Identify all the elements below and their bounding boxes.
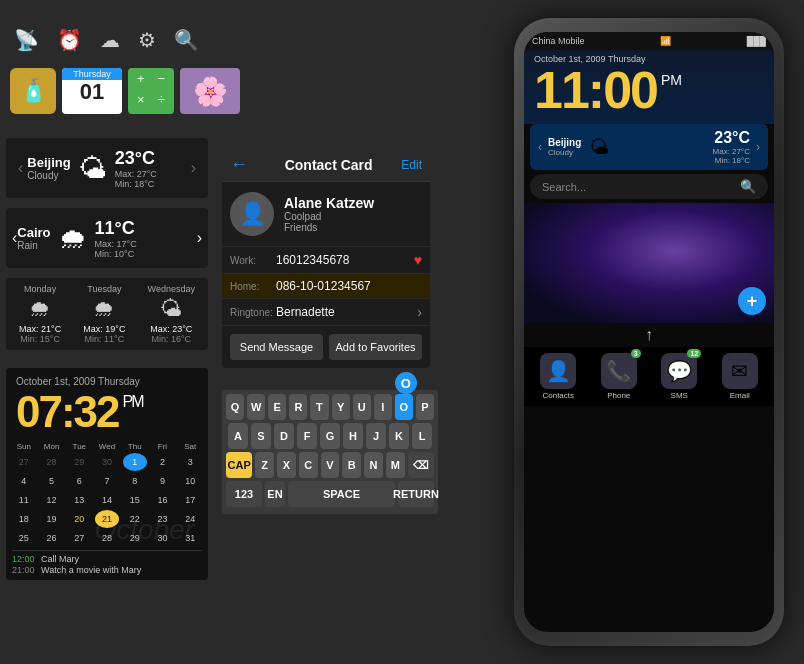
cal-events: 12:00 Call Mary 21:00 Watch a movie with… — [12, 550, 202, 575]
cal-event-2: 21:00 Watch a movie with Mary — [12, 565, 202, 575]
phone-weather-min: Min: 18°C — [713, 156, 750, 165]
contacts-icon[interactable]: 👤 — [540, 353, 576, 389]
dock-sms[interactable]: 💬 12 SMS — [661, 353, 697, 400]
phone-weather-arrow-right[interactable]: › — [756, 140, 760, 154]
phone-search-placeholder[interactable]: Search... — [542, 181, 586, 193]
weather-prev-arrow[interactable]: ‹ — [14, 159, 27, 177]
weather2-min: Min: 10°C — [95, 249, 137, 259]
key-v[interactable]: V — [321, 452, 340, 478]
cal-header-thu: Thu — [123, 442, 147, 451]
contact-card: ← Contact Card Edit 👤 Alane Katzew Coolp… — [222, 148, 430, 368]
dock-contacts[interactable]: 👤 Contacts — [540, 353, 576, 400]
cal-month-bg-text: October — [94, 514, 194, 546]
contact-actions: Send Message Add to Favorites — [222, 326, 430, 368]
clock-digits: 07:32 — [16, 387, 119, 437]
signal-icon[interactable]: 📡 — [14, 28, 39, 52]
lang-key[interactable]: EN — [265, 481, 285, 507]
numbers-key[interactable]: 123 — [226, 481, 262, 507]
weather-widget-beijing: ‹ Beijing Cloudy 🌤 23°C Max: 27°C Min: 1… — [6, 138, 208, 198]
key-h[interactable]: H — [343, 423, 363, 449]
key-o[interactable]: O O — [395, 394, 413, 420]
key-x[interactable]: X — [277, 452, 296, 478]
phone-icon[interactable]: 📞 3 — [601, 353, 637, 389]
search-icon[interactable]: 🔍 — [174, 28, 199, 52]
forecast-wednesday: Wednesday 🌤 Max: 23°C Min: 16°C — [148, 284, 195, 344]
dock-phone-label: Phone — [607, 391, 630, 400]
phone-time-display: 11:00 PM — [534, 64, 764, 116]
key-q[interactable]: Q — [226, 394, 244, 420]
dock-email[interactable]: ✉ Email — [722, 353, 758, 400]
weather-widget-cairo: ‹ Cairo Rain 🌧 11°C Max: 17°C Min: 10°C … — [6, 208, 208, 268]
widget-bottle[interactable]: 🧴 — [10, 68, 56, 114]
widget-calculator[interactable]: + − × ÷ — [128, 68, 174, 114]
send-message-button[interactable]: Send Message — [230, 334, 323, 360]
key-e[interactable]: E — [268, 394, 286, 420]
weather-next-arrow[interactable]: › — [187, 159, 200, 177]
dock-phone[interactable]: 📞 3 Phone — [601, 353, 637, 400]
key-t[interactable]: T — [310, 394, 328, 420]
key-i[interactable]: I — [374, 394, 392, 420]
key-z[interactable]: Z — [255, 452, 274, 478]
heart-icon[interactable]: ♥ — [414, 252, 422, 268]
key-u[interactable]: U — [353, 394, 371, 420]
cap-key[interactable]: CAP — [226, 452, 252, 478]
weather-icon: 🌤 — [79, 152, 107, 185]
phone-up-arrow[interactable]: ↑ — [524, 323, 774, 347]
key-s[interactable]: S — [251, 423, 271, 449]
cloud-icon[interactable]: ☁ — [100, 28, 120, 52]
weather2-max: Max: 17°C — [95, 239, 137, 249]
phone-plus-button[interactable]: + — [738, 287, 766, 315]
sms-icon[interactable]: 💬 12 — [661, 353, 697, 389]
forecast-low: Min: 11°C — [85, 334, 125, 344]
weather2-condition: Rain — [17, 240, 50, 251]
weather2-next-arrow[interactable]: › — [197, 229, 202, 247]
ringtone-value[interactable]: Bernadette — [276, 305, 411, 319]
mini-cal-header-row: Sun Mon Tue Wed Thu Fri Sat — [12, 442, 202, 451]
ringtone-arrow-icon[interactable]: › — [417, 304, 422, 320]
key-m[interactable]: M — [386, 452, 405, 478]
widget-calendar[interactable]: Thursday 01 — [62, 68, 122, 114]
home-value[interactable]: 086-10-01234567 — [276, 279, 422, 293]
contact-home-field: Home: 086-10-01234567 — [222, 274, 430, 299]
key-g[interactable]: G — [320, 423, 340, 449]
calc-divide: ÷ — [153, 93, 171, 111]
phone-mockup: China Mobile 📶 ███ October 1st, 2009 Thu… — [514, 18, 784, 646]
phone-search-bar[interactable]: Search... 🔍 — [530, 174, 768, 199]
dock-sms-label: SMS — [671, 391, 688, 400]
key-r[interactable]: R — [289, 394, 307, 420]
add-to-favorites-button[interactable]: Add to Favorites — [329, 334, 422, 360]
keyboard-row-3: CAP Z X C V B N M ⌫ — [226, 452, 434, 478]
key-j[interactable]: J — [366, 423, 386, 449]
key-b[interactable]: B — [342, 452, 361, 478]
key-k[interactable]: K — [389, 423, 409, 449]
phone-weather-bar[interactable]: ‹ Beijing Cloudy 🌤 23°C Max: 27°C Min: 1… — [530, 124, 768, 170]
widget-flower[interactable]: 🌸 — [180, 68, 240, 114]
alarm-icon[interactable]: ⏰ — [57, 28, 82, 52]
event-text: Call Mary — [41, 554, 79, 564]
contact-edit-button[interactable]: Edit — [401, 158, 422, 172]
key-p[interactable]: P — [416, 394, 434, 420]
phone-weather-info: Beijing Cloudy 🌤 — [548, 136, 609, 159]
key-f[interactable]: F — [297, 423, 317, 449]
phone-search-icon[interactable]: 🔍 — [740, 179, 756, 194]
key-l[interactable]: L — [412, 423, 432, 449]
key-d[interactable]: D — [274, 423, 294, 449]
forecast-widget: Monday 🌧 Max: 21°C Min: 15°C Tuesday 🌧 M… — [6, 278, 208, 350]
email-icon[interactable]: ✉ — [722, 353, 758, 389]
settings-icon[interactable]: ⚙ — [138, 28, 156, 52]
key-o-bubble: O — [395, 372, 417, 394]
key-w[interactable]: W — [247, 394, 265, 420]
backspace-key[interactable]: ⌫ — [408, 452, 434, 478]
return-key[interactable]: RETURN — [398, 481, 434, 507]
key-a[interactable]: A — [228, 423, 248, 449]
forecast-low: Min: 15°C — [20, 334, 60, 344]
key-c[interactable]: C — [299, 452, 318, 478]
phone-weather-arrow-left[interactable]: ‹ — [538, 140, 542, 154]
key-y[interactable]: Y — [332, 394, 350, 420]
work-value[interactable]: 16012345678 — [276, 253, 408, 267]
space-key[interactable]: SPACE — [288, 481, 395, 507]
forecast-low: Min: 16°C — [151, 334, 191, 344]
calc-times: × — [132, 93, 150, 111]
contact-back-button[interactable]: ← — [230, 154, 248, 175]
key-n[interactable]: N — [364, 452, 383, 478]
